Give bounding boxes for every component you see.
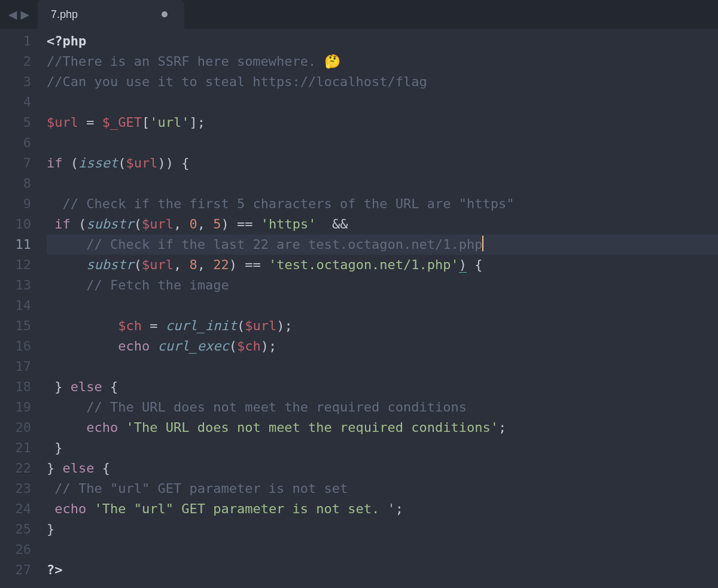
code-line[interactable] <box>47 357 718 377</box>
code-line[interactable]: // The URL does not meet the required co… <box>47 397 718 418</box>
code-line[interactable]: echo 'The URL does not meet the required… <box>47 418 718 438</box>
code-line[interactable]: } <box>47 438 718 458</box>
nav-arrows: ◀ ▶ <box>0 0 38 29</box>
line-number: 25 <box>0 519 31 540</box>
line-number: 20 <box>0 418 31 438</box>
line-number: 2 <box>0 51 31 72</box>
code-line[interactable] <box>47 295 718 316</box>
line-number: 1 <box>0 31 31 51</box>
text-cursor <box>482 236 483 251</box>
code-line[interactable]: // Check if the last 22 are test.octagon… <box>47 234 718 255</box>
code-line[interactable]: if (substr($url, 0, 5) == 'https' && <box>47 214 718 234</box>
code-line[interactable]: // Check if the first 5 characters of th… <box>47 194 718 214</box>
line-number: 22 <box>0 458 31 479</box>
code-line[interactable]: // Fetch the image <box>47 275 718 295</box>
line-number: 9 <box>0 194 31 214</box>
dirty-indicator-icon <box>162 11 168 17</box>
code-line[interactable] <box>47 540 718 560</box>
code-line[interactable]: //There is an SSRF here somewhere. 🤔 <box>47 51 718 72</box>
code-editor[interactable]: 1234567891011121314151617181920212223242… <box>0 29 718 588</box>
code-line[interactable]: $url = $_GET['url']; <box>47 112 718 133</box>
line-number: 16 <box>0 336 31 357</box>
code-line[interactable]: } <box>47 519 718 540</box>
code-line[interactable] <box>47 173 718 194</box>
line-number: 26 <box>0 540 31 560</box>
code-line[interactable]: $ch = curl_init($url); <box>47 316 718 336</box>
line-number: 11 <box>0 234 31 255</box>
code-line[interactable]: echo curl_exec($ch); <box>47 336 718 357</box>
nav-back-icon[interactable]: ◀ <box>8 7 17 22</box>
editor-titlebar: ◀ ▶ 7.php <box>0 0 718 29</box>
line-number: 19 <box>0 397 31 418</box>
line-number: 7 <box>0 153 31 173</box>
line-number: 15 <box>0 316 31 336</box>
code-area[interactable]: <?php//There is an SSRF here somewhere. … <box>41 31 718 588</box>
line-number: 3 <box>0 72 31 92</box>
line-number: 6 <box>0 133 31 153</box>
code-line[interactable]: ?> <box>47 560 718 580</box>
tab-file[interactable]: 7.php <box>38 0 184 29</box>
code-line[interactable]: substr($url, 8, 22) == 'test.octagon.net… <box>47 255 718 275</box>
line-number: 4 <box>0 92 31 112</box>
line-number: 12 <box>0 255 31 275</box>
code-line[interactable]: <?php <box>47 31 718 51</box>
tab-filename: 7.php <box>51 8 78 21</box>
line-number: 27 <box>0 560 31 580</box>
line-number: 21 <box>0 438 31 458</box>
code-line[interactable]: // The "url" GET parameter is not set <box>47 479 718 499</box>
line-number: 10 <box>0 214 31 234</box>
nav-forward-icon[interactable]: ▶ <box>20 7 29 22</box>
line-number: 23 <box>0 479 31 499</box>
line-number-gutter: 1234567891011121314151617181920212223242… <box>0 31 41 588</box>
line-number: 13 <box>0 275 31 295</box>
line-number: 14 <box>0 295 31 316</box>
code-line[interactable]: //Can you use it to steal https://localh… <box>47 72 718 92</box>
line-number: 24 <box>0 499 31 519</box>
line-number: 18 <box>0 377 31 397</box>
line-number: 5 <box>0 112 31 133</box>
code-line[interactable] <box>47 92 718 112</box>
code-line[interactable]: if (isset($url)) { <box>47 153 718 173</box>
code-line[interactable] <box>47 133 718 153</box>
code-line[interactable]: echo 'The "url" GET parameter is not set… <box>47 499 718 519</box>
line-number: 17 <box>0 357 31 377</box>
line-number: 8 <box>0 173 31 194</box>
code-line[interactable]: } else { <box>47 377 718 397</box>
code-line[interactable]: } else { <box>47 458 718 479</box>
